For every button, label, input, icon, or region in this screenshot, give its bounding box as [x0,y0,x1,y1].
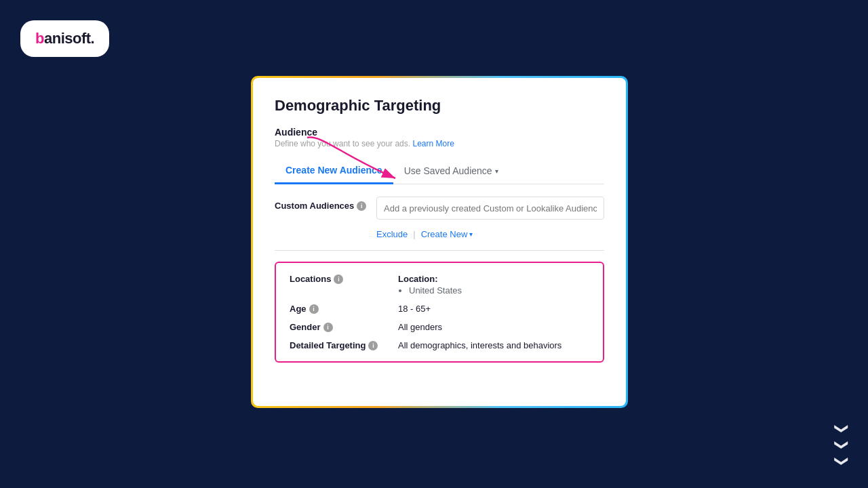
detailed-targeting-info-icon[interactable]: i [368,341,378,350]
gender-row: Gender i All genders [290,322,589,332]
age-row: Age i 18 - 65+ [290,304,589,314]
location-item: United States [409,285,462,296]
locations-info-icon[interactable]: i [334,274,343,284]
audience-description: Define who you want to see your ads. Lea… [275,139,604,148]
custom-audience-input[interactable] [376,197,604,220]
actions-separator: | [413,229,415,239]
custom-audiences-label: Custom Audiences i [275,197,376,211]
tab-use-saved[interactable]: Use Saved Audience ▾ [393,160,509,183]
gender-info-icon[interactable]: i [323,323,333,332]
chevron-2: ❯ [835,439,849,451]
custom-audiences-info-icon[interactable]: i [357,201,366,211]
create-new-dropdown[interactable]: Create New ▾ [421,229,473,239]
saved-caret-icon: ▾ [495,167,498,175]
locations-label: Locations i [290,274,398,284]
section-divider [275,250,604,251]
audience-actions: Exclude | Create New ▾ [376,229,604,239]
detailed-targeting-row: Detailed Targeting i All demographics, i… [290,340,589,350]
custom-audiences-row: Custom Audiences i [275,197,604,220]
logo: banisoft. [20,20,109,57]
detailed-targeting-value: All demographics, interests and behavior… [398,340,561,350]
create-new-caret-icon: ▾ [469,230,473,238]
detailed-targeting-label: Detailed Targeting i [290,340,398,350]
gender-value: All genders [398,322,442,332]
main-card-wrapper: Demographic Targeting Audience Define wh… [251,76,628,408]
create-new-link[interactable]: Create New [421,229,468,239]
learn-more-link[interactable]: Learn More [412,139,454,148]
audience-label: Audience [275,127,604,138]
main-card: Demographic Targeting Audience Define wh… [253,78,626,406]
locations-list: United States [398,285,462,296]
locations-value: Location: United States [398,274,462,296]
chevron-1: ❯ [835,423,849,434]
locations-row: Locations i Location: United States [290,274,589,296]
audience-tabs: Create New Audience Use Saved Audience ▾ [275,159,604,184]
chevron-3: ❯ [835,455,849,467]
targeting-box: Locations i Location: United States Age … [275,262,604,363]
exclude-link[interactable]: Exclude [376,229,408,239]
audience-desc-text: Define who you want to see your ads. [275,139,410,148]
tab-create-new[interactable]: Create New Audience [275,159,393,184]
chevrons-container: ❯ ❯ ❯ [836,422,848,468]
age-label: Age i [290,304,398,314]
age-value: 18 - 65+ [398,304,431,314]
page-title: Demographic Targeting [275,97,604,115]
logo-text: banisoft. [35,30,94,47]
gender-label: Gender i [290,322,398,332]
age-info-icon[interactable]: i [309,304,319,314]
